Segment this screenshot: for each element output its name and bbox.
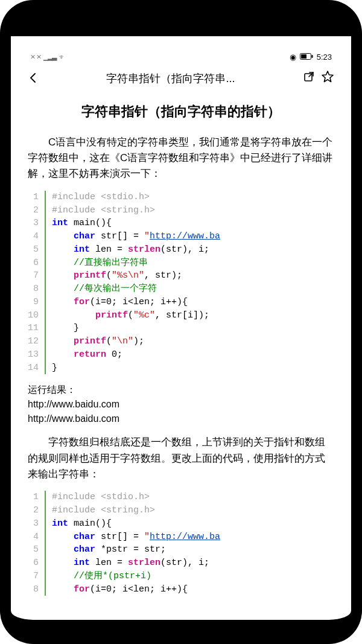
svg-rect-2 bbox=[301, 54, 306, 59]
result-block: 运行结果： http://www.baidu.com http://www.ba… bbox=[28, 383, 334, 426]
intro-paragraph: C语言中没有特定的字符串类型，我们通常是将字符串放在一个字符数组中，这在《C语言… bbox=[28, 135, 334, 182]
line-numbers: 123 456 789 101112 1314 bbox=[28, 191, 46, 375]
wifi-icon: ᯤ bbox=[59, 53, 66, 62]
screen: ⨯ ⨯ ▁▂▃ ᯤ ◉ 5:23 字符串指针（指向字符串... 字符串指针（指向… bbox=[19, 48, 343, 611]
back-icon[interactable] bbox=[28, 70, 39, 87]
battery-icon bbox=[300, 53, 313, 62]
status-left: ⨯ ⨯ ▁▂▃ ᯤ bbox=[30, 53, 66, 62]
page-title: 字符串指针（指向字符串... bbox=[45, 71, 297, 86]
signal-bars-icon: ▁▂▃ bbox=[43, 53, 56, 61]
result-label: 运行结果： bbox=[28, 383, 334, 397]
eye-icon: ◉ bbox=[290, 53, 296, 62]
code-block-1: 123 456 789 101112 1314 #include <stdio.… bbox=[28, 191, 334, 375]
second-paragraph: 字符数组归根结底还是一个数组，上节讲到的关于指针和数组的规则同样也适用于字符数组… bbox=[28, 435, 334, 482]
star-icon[interactable] bbox=[321, 70, 334, 87]
code-body: #include <stdio.h> #include <string.h> i… bbox=[46, 191, 334, 375]
line-numbers: 123 456 78 bbox=[28, 491, 46, 596]
status-right: ◉ 5:23 bbox=[290, 53, 332, 62]
article-content[interactable]: 字符串指针（指向字符串的指针） C语言中没有特定的字符串类型，我们通常是将字符串… bbox=[19, 92, 343, 604]
svg-rect-1 bbox=[311, 55, 313, 58]
share-icon[interactable] bbox=[303, 71, 315, 86]
header-bar: 字符串指针（指向字符串... bbox=[19, 65, 343, 92]
code-block-2: 123 456 78 #include <stdio.h> #include <… bbox=[28, 491, 334, 596]
no-sim-icon: ⨯ ⨯ bbox=[30, 53, 41, 61]
status-bar: ⨯ ⨯ ▁▂▃ ᯤ ◉ 5:23 bbox=[19, 48, 343, 65]
clock-time: 5:23 bbox=[317, 53, 332, 62]
article-title: 字符串指针（指向字符串的指针） bbox=[28, 103, 334, 121]
code-body: #include <stdio.h> #include <string.h> i… bbox=[46, 491, 334, 596]
result-line: http://www.baidu.com bbox=[28, 397, 334, 412]
result-line: http://www.baidu.com bbox=[28, 412, 334, 426]
